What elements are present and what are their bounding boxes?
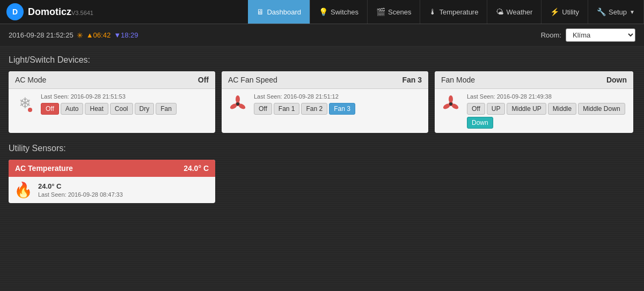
ac-fan-speed-body: Last Seen: 2016-09-28 21:51:12 Off Fan 1… [222,89,428,119]
devices-row: AC Mode Off ❄ Last Seen: 2016-09-28 21:5… [9,71,635,133]
fan-mode-btn-middle[interactable]: Middle [548,103,576,115]
ac-temperature-value: 24.0° C [184,164,209,173]
ac-fan-speed-btn-fan3[interactable]: Fan 3 [329,103,355,115]
ac-mode-btn-dry[interactable]: Dry [135,103,155,115]
svg-point-6 [449,95,453,103]
light-switch-section-title: Light/Switch Devices: [9,55,635,65]
fan-mode-btn-middle-up[interactable]: Middle UP [507,103,546,115]
ac-fan-speed-btn-fan1[interactable]: Fan 1 [274,103,300,115]
fan-mode-header: Fan Mode Down [435,71,633,89]
ac-fan-speed-name: AC Fan Speed [228,76,277,84]
room-label: Room: [541,31,561,39]
ac-fan-speed-btn-fan2[interactable]: Fan 2 [301,103,327,115]
fan-mode-status: Down [606,76,627,84]
ac-fan-speed-icon-wrap [227,94,248,114]
tab-scenes[interactable]: 🎬 Scenes [368,0,420,24]
tab-temperature-label: Temperature [439,8,478,16]
dashboard-icon: 🖥 [257,8,264,16]
brand-logo: D [6,3,24,20]
tab-setup-label: Setup [609,8,627,16]
tab-dashboard-label: Dashboard [267,8,301,16]
svg-point-4 [236,102,239,106]
fan-mode-btn-up[interactable]: UP [487,103,506,115]
ac-mode-card: AC Mode Off ❄ Last Seen: 2016-09-28 21:5… [9,71,215,133]
brand-logo-text: D [12,8,18,16]
brand-name: Domoticz [28,6,71,17]
sunrise-text: ▲06:42 [86,31,111,39]
fan-mode-icon [441,94,460,114]
tab-scenes-label: Scenes [388,8,411,16]
scenes-icon: 🎬 [376,8,385,16]
fan-mode-info: Last Seen: 2016-09-28 21:49:38 Off UP Mi… [467,93,628,129]
ac-mode-last-seen: Last Seen: 2016-09-28 21:51:53 [41,93,210,100]
ac-temperature-header: AC Temperature 24.0° C [9,160,215,177]
snowflake-icon: ❄ [19,94,31,112]
ac-temperature-card: AC Temperature 24.0° C 🔥 24.0° C Last Se… [9,160,215,203]
fan-mode-btn-off[interactable]: Off [467,103,485,115]
ac-mode-btn-auto[interactable]: Auto [61,103,84,115]
brand: D DomoticzV3.5641 [0,0,100,24]
room-selector: Room: Klíma All rooms Living Room [541,28,635,42]
svg-point-1 [236,95,240,103]
ac-mode-info: Last Seen: 2016-09-28 21:51:53 Off Auto … [41,93,210,115]
ac-mode-icon-wrap: ❄ [14,94,35,112]
ac-mode-name: AC Mode [15,76,46,84]
ac-mode-body: ❄ Last Seen: 2016-09-28 21:51:53 Off Aut… [9,89,215,119]
utility-row: AC Temperature 24.0° C 🔥 24.0° C Last Se… [9,160,635,203]
statusbar: 2016-09-28 21:52:25 ✳ ▲06:42 ▼18:29 Room… [0,24,644,47]
ac-mode-status: Off [198,76,209,84]
tab-setup[interactable]: 🔧 Setup ▼ [588,0,644,24]
ac-mode-btn-cool[interactable]: Cool [110,103,133,115]
temperature-icon: 🌡 [429,8,436,16]
fan-mode-buttons: Off UP Middle UP Middle Middle Down Down [467,103,628,129]
ac-fan-speed-status: Fan 3 [402,76,422,84]
ac-mode-buttons: Off Auto Heat Cool Dry Fan [41,103,210,115]
sunset-text: ▼18:29 [114,31,138,39]
fan-mode-btn-middle-down[interactable]: Middle Down [578,103,625,115]
switches-icon: 💡 [319,8,328,16]
ac-temperature-body: 🔥 24.0° C Last Seen: 2016-09-28 08:47:33 [9,177,215,203]
tab-weather[interactable]: 🌤 Weather [487,0,541,24]
fan-mode-last-seen: Last Seen: 2016-09-28 21:49:38 [467,93,628,100]
tab-temperature[interactable]: 🌡 Temperature [420,0,487,24]
ac-fan-speed-card: AC Fan Speed Fan 3 Last Seen: 2016-09-28… [222,71,428,133]
main-content: Light/Switch Devices: AC Mode Off ❄ Last… [0,47,644,222]
utility-icon: ⚡ [550,8,559,16]
ac-temperature-reading: 24.0° C [38,182,123,190]
ac-temperature-info: 24.0° C Last Seen: 2016-09-28 08:47:33 [38,182,123,198]
brand-version: V3.5641 [71,10,93,16]
snowflake-dot [28,108,32,112]
weather-icon: 🌤 [496,8,503,16]
ac-mode-btn-off[interactable]: Off [41,103,59,115]
fan-mode-icon-wrap [440,94,462,114]
setup-dropdown-arrow: ▼ [630,9,635,15]
setup-icon: 🔧 [597,8,606,16]
svg-point-9 [449,102,452,106]
ac-fan-speed-btn-off[interactable]: Off [254,103,272,115]
status-datetime: 2016-09-28 21:52:25 ✳ ▲06:42 ▼18:29 [9,31,138,40]
fan-red-icon [228,94,247,114]
ac-mode-btn-heat[interactable]: Heat [85,103,108,115]
ac-mode-btn-fan[interactable]: Fan [156,103,177,115]
navbar: D DomoticzV3.5641 🖥 Dashboard 💡 Switches… [0,0,644,24]
fan-mode-btn-down[interactable]: Down [467,117,493,129]
flame-icon: 🔥 [14,181,33,199]
ac-temperature-title: AC Temperature [15,164,73,173]
sun-icon: ✳ [77,31,83,40]
ac-mode-header: AC Mode Off [9,71,215,89]
room-select[interactable]: Klíma All rooms Living Room [566,28,635,42]
tab-switches[interactable]: 💡 Switches [310,0,368,24]
ac-fan-speed-last-seen: Last Seen: 2016-09-28 21:51:12 [254,93,423,100]
tab-weather-label: Weather [506,8,532,16]
tab-dashboard[interactable]: 🖥 Dashboard [248,0,310,24]
fan-mode-name: Fan Mode [441,76,475,84]
fan-mode-body: Last Seen: 2016-09-28 21:49:38 Off UP Mi… [435,89,633,133]
tab-utility[interactable]: ⚡ Utility [541,0,588,24]
ac-fan-speed-header: AC Fan Speed Fan 3 [222,71,428,89]
ac-fan-speed-buttons: Off Fan 1 Fan 2 Fan 3 [254,103,423,115]
fan-mode-card: Fan Mode Down Last Seen: 2016-09-28 21:4… [435,71,633,133]
brand-info: DomoticzV3.5641 [28,6,93,18]
datetime-text: 2016-09-28 21:52:25 [9,31,74,39]
tab-utility-label: Utility [562,8,579,16]
tab-switches-label: Switches [331,8,358,16]
